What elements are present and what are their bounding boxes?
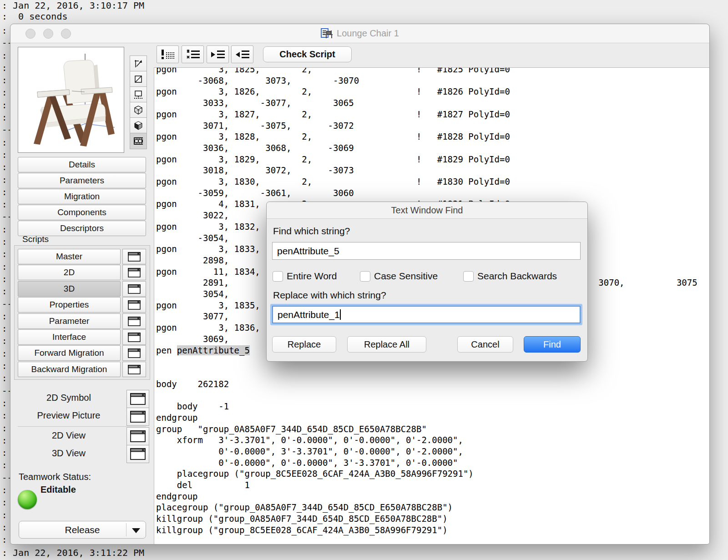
projection-button[interactable] xyxy=(130,86,147,103)
window-icon xyxy=(130,430,146,442)
cancel-button[interactable]: Cancel xyxy=(457,336,513,353)
window-icon xyxy=(128,333,141,342)
close-button[interactable] xyxy=(25,29,35,39)
traffic-lights xyxy=(10,24,71,43)
open-backward-migration-script-window-button[interactable] xyxy=(122,362,146,377)
wireframe-cube-icon xyxy=(133,105,143,115)
window-icon xyxy=(128,348,141,358)
section-button-details[interactable]: Details xyxy=(18,157,146,172)
open-2d-view-window-button[interactable] xyxy=(126,427,149,445)
find-string-input[interactable]: penAttribute_5 xyxy=(272,242,581,260)
section-button-parameters[interactable]: Parameters xyxy=(18,173,146,188)
script-button-3d[interactable]: 3D xyxy=(18,281,121,297)
release-split-divider xyxy=(126,523,126,536)
open-parameter-script-window-button[interactable] xyxy=(122,313,146,329)
window-icon xyxy=(130,393,146,405)
find-button[interactable]: Find xyxy=(524,336,581,353)
text-window-find-dialog: Text Window Find Find which string? penA… xyxy=(266,202,588,362)
script-button-interface[interactable]: Interface xyxy=(18,329,121,345)
open-master-script-window-button[interactable] xyxy=(122,249,146,264)
comment-lines-icon xyxy=(185,49,201,61)
open-3d-script-window-button[interactable] xyxy=(122,281,146,297)
log-line-timestamp: : Jan 22, 2016, 3:10:17 PM xyxy=(2,0,144,11)
open-2d-symbol-window-button[interactable] xyxy=(126,390,149,408)
open-3d-view-window-button[interactable] xyxy=(126,445,149,463)
window-icon xyxy=(128,268,141,277)
teamwork-status-heading: Teamwork Status: xyxy=(19,472,91,482)
fill-frame-button[interactable] xyxy=(130,71,147,87)
script-button-forward-migration[interactable]: Forward Migration xyxy=(18,345,121,361)
section-button-components[interactable]: Components xyxy=(18,205,146,220)
sidebar-divider xyxy=(18,426,146,427)
check-errors-button[interactable] xyxy=(157,45,179,63)
replace-all-button[interactable]: Replace All xyxy=(347,336,426,353)
window-icon xyxy=(130,411,146,423)
release-button[interactable]: Release xyxy=(19,521,146,539)
open-interface-script-window-button[interactable] xyxy=(122,329,146,345)
teamwork-status-value: Editable xyxy=(40,484,76,495)
search-backwards-label: Search Backwards xyxy=(477,271,557,282)
outdent-icon xyxy=(234,49,251,61)
case-sensitive-label: Case Sensitive xyxy=(374,271,438,282)
window-titlebar[interactable]: Lounge Chair 1 xyxy=(10,24,709,43)
check-errors-icon xyxy=(160,49,176,61)
shaded-cube-button[interactable] xyxy=(130,117,147,134)
open-preview-picture-window-button[interactable] xyxy=(126,408,149,426)
window-icon xyxy=(128,317,141,326)
lounge-chair-3d-preview xyxy=(18,47,123,151)
comment-lines-button[interactable] xyxy=(182,45,204,63)
window-title: Lounge Chair 1 xyxy=(337,28,399,39)
window-icon xyxy=(130,448,146,460)
entire-word-label: Entire Word xyxy=(287,271,337,282)
zoom-button[interactable] xyxy=(61,29,71,39)
scripts-section-label: Scripts xyxy=(22,234,49,244)
find-options-row: Entire Word Case Sensitive Search Backwa… xyxy=(267,270,587,282)
find-string-value: penAttribute_5 xyxy=(277,246,339,257)
script-button-2d[interactable]: 2D xyxy=(18,265,121,280)
outdent-button[interactable] xyxy=(231,45,253,63)
object-editor-icon xyxy=(321,28,333,39)
log-line-timestamp-bottom: : Jan 22, 2016, 3:11:22 PM xyxy=(2,547,144,558)
entire-word-checkbox[interactable] xyxy=(273,271,283,282)
release-dropdown-arrow-icon[interactable] xyxy=(132,528,140,533)
find-string-label: Find which string? xyxy=(273,226,350,237)
dialog-title: Text Window Find xyxy=(391,205,463,216)
window-icon xyxy=(128,300,141,310)
replace-button[interactable]: Replace xyxy=(272,336,336,353)
window-icon xyxy=(128,252,141,262)
object-preview[interactable] xyxy=(18,47,124,153)
animation-button[interactable] xyxy=(130,133,147,149)
fill-frame-icon xyxy=(133,74,143,84)
check-script-button[interactable]: Check Script xyxy=(263,46,352,62)
script-button-backward-migration[interactable]: Backward Migration xyxy=(18,362,121,377)
open-2d-script-window-button[interactable] xyxy=(122,265,146,280)
label-3d-view: 3D View xyxy=(18,448,120,459)
window-icon xyxy=(128,365,141,374)
animation-film-icon xyxy=(133,136,144,146)
select-frame-button[interactable] xyxy=(130,55,147,72)
case-sensitive-checkbox[interactable] xyxy=(360,271,370,282)
open-properties-script-window-button[interactable] xyxy=(122,297,146,313)
section-button-migration[interactable]: Migration xyxy=(18,189,146,204)
label-2d-view: 2D View xyxy=(18,430,120,441)
log-line-duration: : 0 seconds xyxy=(2,11,68,22)
script-button-master[interactable]: Master xyxy=(18,249,121,264)
found-match-highlight: penAttribute_5 xyxy=(177,345,250,355)
release-button-label: Release xyxy=(65,525,100,535)
wireframe-cube-button[interactable] xyxy=(130,102,147,118)
projection-icon xyxy=(133,90,144,100)
replace-string-value: penAttribute_1 xyxy=(278,309,340,320)
indent-button[interactable] xyxy=(207,45,229,63)
open-forward-migration-script-window-button[interactable] xyxy=(122,345,146,361)
indent-icon xyxy=(210,49,226,61)
script-button-parameter[interactable]: Parameter xyxy=(18,313,121,329)
select-frame-icon xyxy=(133,59,143,69)
script-button-properties[interactable]: Properties xyxy=(18,297,121,313)
teamwork-status-indicator xyxy=(18,490,37,509)
section-button-descriptors[interactable]: Descriptors xyxy=(18,221,146,236)
dialog-titlebar[interactable]: Text Window Find xyxy=(267,202,587,219)
search-backwards-checkbox[interactable] xyxy=(463,271,474,282)
minimize-button[interactable] xyxy=(43,29,53,39)
replace-string-input[interactable]: penAttribute_1 xyxy=(272,306,581,323)
label-2d-symbol: 2D Symbol xyxy=(18,393,120,403)
